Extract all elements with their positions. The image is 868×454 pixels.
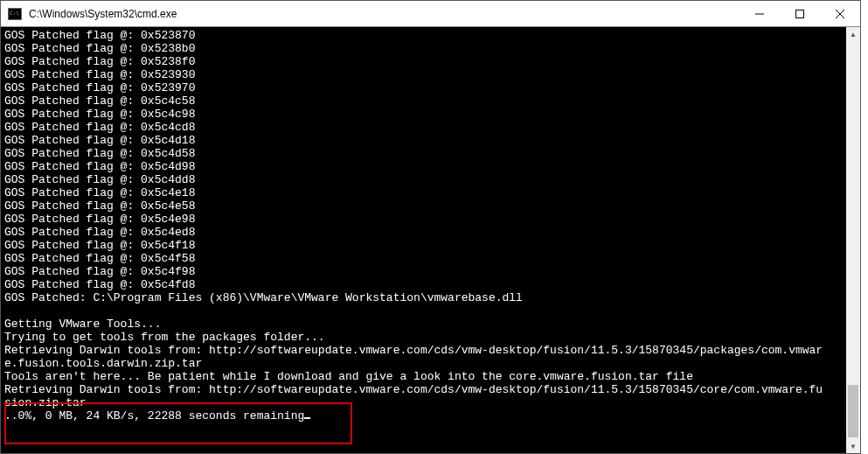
scroll-down-arrow[interactable]: ▼ (846, 439, 860, 453)
window-controls (740, 1, 860, 26)
scrollbar-vertical[interactable]: ▲ ▼ (846, 27, 860, 453)
maximize-button[interactable] (780, 1, 820, 26)
scroll-up-arrow[interactable]: ▲ (846, 27, 860, 41)
scroll-thumb[interactable] (848, 385, 858, 437)
terminal-area: GOS Patched flag @: 0x523870 GOS Patched… (1, 27, 860, 453)
close-button[interactable] (820, 1, 860, 26)
window-title: C:\Windows\System32\cmd.exe (27, 8, 740, 20)
svg-rect-1 (796, 10, 804, 17)
minimize-button[interactable] (740, 1, 780, 26)
titlebar[interactable]: C:\Windows\System32\cmd.exe (1, 1, 860, 27)
terminal-output[interactable]: GOS Patched flag @: 0x523870 GOS Patched… (1, 27, 846, 453)
cmd-window: C:\Windows\System32\cmd.exe GOS Patched … (0, 0, 861, 454)
cmd-icon (8, 8, 22, 20)
